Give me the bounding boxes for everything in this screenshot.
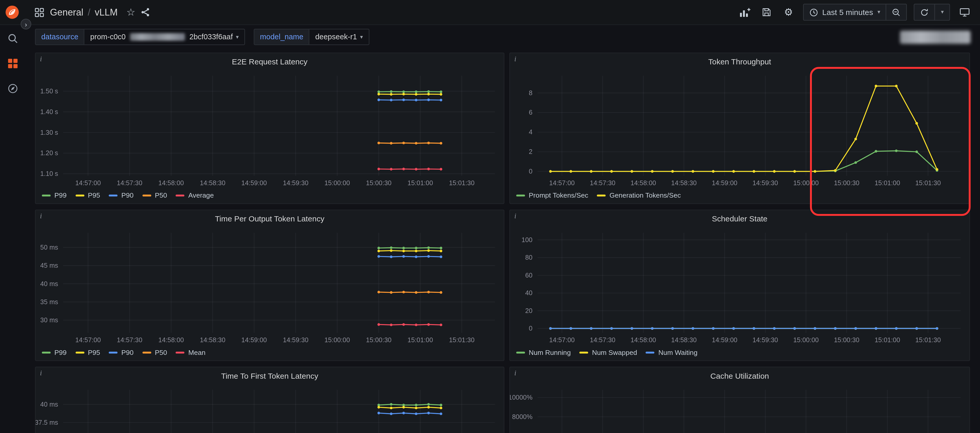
series-point <box>440 404 442 406</box>
legend-item[interactable]: Prompt Tokens/Sec <box>516 192 589 199</box>
series-point <box>390 412 392 415</box>
series-point <box>440 291 442 294</box>
legend-swatch <box>109 194 118 196</box>
panel-info-icon[interactable]: i <box>514 369 522 378</box>
save-dashboard-icon[interactable] <box>759 5 774 20</box>
legend-swatch <box>142 351 151 353</box>
zoom-out-icon[interactable] <box>886 5 907 20</box>
series-point <box>415 324 417 326</box>
legend-item[interactable]: P90 <box>109 192 134 199</box>
series-point <box>415 407 417 409</box>
chart-svg[interactable]: 0246814:57:0014:57:3014:58:0014:58:3014:… <box>510 70 969 188</box>
series-point <box>415 404 417 406</box>
time-range-picker[interactable]: Last 5 minutes ▾ <box>803 5 886 20</box>
series-point <box>875 85 877 88</box>
legend-item[interactable]: Mean <box>176 348 205 356</box>
panel-title[interactable]: E2E Request Latency <box>36 53 504 71</box>
panel-title[interactable]: Time To First Token Latency <box>36 367 504 385</box>
panel-cache-utilization: i Cache Utilization 6000%8000%10000%14:5… <box>509 367 970 433</box>
variable-value[interactable]: deepseek-r1 ▾ <box>310 29 369 45</box>
chart-svg[interactable]: 1.10 s1.20 s1.30 s1.40 s1.50 s14:57:0014… <box>36 70 504 188</box>
chart-svg[interactable]: 6000%8000%10000%14:57:0014:57:3014:58:00… <box>510 385 969 433</box>
panel-title[interactable]: Cache Utilization <box>510 367 969 385</box>
panel-title[interactable]: Token Throughput <box>510 53 969 71</box>
variable-value[interactable]: prom-c0c0 2bcf033f6aaf ▾ <box>85 29 245 45</box>
chart-svg[interactable]: 37.5 ms40 ms14:57:0014:57:3014:58:0014:5… <box>36 385 504 433</box>
legend-item[interactable]: P50 <box>142 348 167 356</box>
variable-model-name[interactable]: model_name deepseek-r1 ▾ <box>254 29 369 45</box>
series-point <box>895 85 897 88</box>
panel-info-icon[interactable]: i <box>514 55 522 64</box>
legend-label: Num Waiting <box>659 348 697 356</box>
chart-svg[interactable]: 02040608010014:57:0014:57:3014:58:0014:5… <box>510 228 969 345</box>
chart-area: 30 ms35 ms40 ms45 ms50 ms14:57:0014:57:3… <box>36 228 504 345</box>
sidebar-item-explore[interactable] <box>7 83 18 94</box>
x-tick-label: 14:59:00 <box>241 179 267 187</box>
legend-item[interactable]: P99 <box>42 348 67 356</box>
legend-item[interactable]: P50 <box>142 192 167 199</box>
refresh-icon[interactable] <box>915 5 935 20</box>
series-point <box>570 327 572 330</box>
breadcrumb-section[interactable]: General <box>50 7 83 18</box>
series-point <box>854 137 857 140</box>
x-tick-label: 15:00:30 <box>366 179 391 187</box>
legend-item[interactable]: Num Swapped <box>580 348 637 356</box>
series-point <box>402 255 405 257</box>
chart-svg[interactable]: 30 ms35 ms40 ms45 ms50 ms14:57:0014:57:3… <box>36 228 504 345</box>
monitor-icon[interactable] <box>957 5 972 20</box>
panel-legend: P99P95P90P50Mean <box>42 347 205 358</box>
series-point <box>390 142 392 145</box>
x-tick-label: 15:00:30 <box>834 336 859 344</box>
panel-info-icon[interactable]: i <box>40 212 48 221</box>
grafana-dashboard: General / vLLM ☆ <box>0 0 980 433</box>
grafana-logo[interactable] <box>5 5 19 19</box>
panel-title[interactable]: Scheduler State <box>510 210 969 228</box>
series-point <box>753 327 755 330</box>
series-line <box>379 251 441 251</box>
settings-gear-icon[interactable]: ⚙ <box>781 5 796 20</box>
panel-time-to-first-token-latency: i Time To First Token Latency 37.5 ms40 … <box>35 367 504 433</box>
legend-label: P90 <box>121 192 134 199</box>
legend-label: Prompt Tokens/Sec <box>529 192 588 199</box>
chart-area: 0246814:57:0014:57:3014:58:0014:58:3014:… <box>510 70 969 188</box>
panel-info-icon[interactable]: i <box>40 369 48 378</box>
x-tick-label: 14:58:00 <box>158 179 184 187</box>
legend-item[interactable]: Average <box>176 192 214 199</box>
panel-info-icon[interactable]: i <box>514 212 522 221</box>
legend-label: Num Swapped <box>592 348 637 356</box>
x-tick-label: 15:00:00 <box>325 179 350 187</box>
legend-item[interactable]: Num Running <box>516 348 571 356</box>
chart-area: 1.10 s1.20 s1.30 s1.40 s1.50 s14:57:0014… <box>36 70 504 188</box>
legend-item[interactable]: Num Waiting <box>646 348 697 356</box>
x-tick-label: 14:59:00 <box>241 336 267 344</box>
legend-item[interactable]: P95 <box>75 348 100 356</box>
legend-item[interactable]: Generation Tokens/Sec <box>597 192 681 199</box>
legend-item[interactable]: P95 <box>75 192 100 199</box>
legend-item[interactable]: P90 <box>109 348 134 356</box>
legend-swatch <box>176 351 185 353</box>
y-tick-label: 30 ms <box>40 316 58 324</box>
sidebar-item-dashboards[interactable] <box>7 58 18 69</box>
legend-item[interactable]: P99 <box>42 192 67 199</box>
series-point <box>427 99 430 101</box>
share-icon[interactable] <box>140 8 150 17</box>
x-tick-label: 14:58:30 <box>200 179 226 187</box>
y-tick-label: 1.10 s <box>40 170 58 177</box>
star-icon[interactable]: ☆ <box>126 6 135 18</box>
series-point <box>377 142 380 144</box>
apps-grid-icon[interactable] <box>34 7 45 18</box>
panel-info-icon[interactable]: i <box>40 55 48 64</box>
y-tick-label: 8000% <box>512 413 532 420</box>
variable-datasource[interactable]: datasource prom-c0c0 2bcf033f6aaf ▾ <box>35 29 245 45</box>
sidebar-expand-chevron-icon[interactable]: › <box>21 19 31 29</box>
refresh-interval-dropdown[interactable]: ▾ <box>935 5 949 20</box>
panel-title[interactable]: Time Per Output Token Latency <box>36 210 504 228</box>
search-icon[interactable] <box>7 33 18 44</box>
breadcrumb-page[interactable]: vLLM <box>95 7 118 18</box>
chart-area: 6000%8000%10000%14:57:0014:57:3014:58:00… <box>510 385 969 433</box>
x-tick-label: 14:57:00 <box>75 336 101 344</box>
add-panel-icon[interactable] <box>737 5 752 20</box>
legend-swatch <box>580 351 589 353</box>
chevron-down-icon: ▾ <box>877 9 880 15</box>
y-tick-label: 0 <box>529 324 532 332</box>
